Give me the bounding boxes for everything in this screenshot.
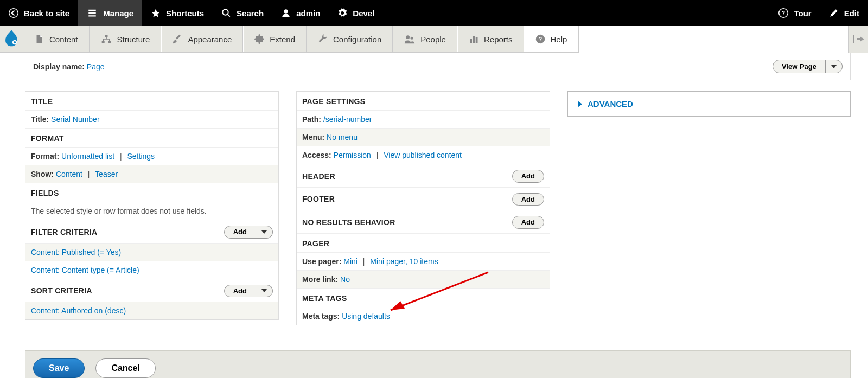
star-icon	[151, 8, 161, 18]
svg-rect-8	[101, 41, 104, 43]
advanced-label: ADVANCED	[588, 99, 633, 108]
menu-value[interactable]: No menu	[327, 133, 358, 142]
toolbar-top: Back to site Manage Shortcuts Search adm…	[0, 0, 868, 26]
admin-configuration-label: Configuration	[333, 35, 381, 44]
pencil-icon	[829, 8, 839, 18]
svg-text:?: ?	[538, 36, 541, 42]
more-link-value[interactable]: No	[340, 275, 350, 284]
file-icon	[34, 34, 44, 44]
admin-appearance[interactable]: Appearance	[161, 26, 243, 52]
edit-label: Edit	[844, 9, 859, 18]
caret-right-icon	[578, 101, 582, 107]
admin-appearance-label: Appearance	[188, 35, 232, 44]
user-link[interactable]: admin	[272, 0, 329, 26]
admin-content-label: Content	[49, 35, 78, 44]
chevron-down-icon	[831, 65, 837, 68]
display-name-value[interactable]: Page	[87, 62, 105, 71]
pager-value[interactable]: Mini	[343, 257, 358, 266]
filter-add-button[interactable]: Add	[224, 226, 256, 239]
format-value[interactable]: Unformatted list	[61, 152, 114, 161]
hamburger-icon	[87, 8, 98, 18]
wrench-icon	[318, 34, 328, 44]
right-column: ADVANCED	[567, 91, 851, 117]
cancel-button[interactable]: Cancel	[95, 358, 155, 378]
filter-add-dropdown[interactable]	[256, 226, 273, 239]
tour-label: Tour	[794, 9, 811, 18]
page-settings-header: PAGE SETTINGS	[297, 92, 550, 110]
toolbar-orientation-toggle[interactable]	[848, 26, 868, 53]
actions-bar: Save Cancel	[25, 350, 851, 378]
back-icon	[9, 8, 18, 18]
title-value[interactable]: Serial Number	[51, 115, 99, 124]
admin-extend[interactable]: Extend	[243, 26, 307, 52]
drupal-logo[interactable]	[0, 26, 23, 53]
advanced-details[interactable]: ADVANCED	[567, 91, 851, 117]
help-circle-icon: ?	[535, 34, 545, 44]
admin-reports[interactable]: Reports	[457, 26, 524, 52]
format-section-header: FORMAT	[25, 128, 278, 147]
admin-help-label: Help	[551, 35, 567, 44]
header-add-button[interactable]: Add	[512, 170, 544, 183]
sort-add-button[interactable]: Add	[224, 285, 256, 298]
access-settings-link[interactable]: View published content	[384, 151, 462, 159]
svg-rect-13	[473, 36, 475, 43]
footer-add-button[interactable]: Add	[512, 193, 544, 206]
view-page-split-button: View Page	[773, 60, 843, 73]
shortcuts-label: Shortcuts	[166, 9, 204, 18]
back-to-site-link[interactable]: Back to site	[0, 0, 78, 26]
sort-item-authored[interactable]: Content: Authored on (desc)	[31, 306, 126, 315]
sort-add-dropdown[interactable]	[256, 285, 273, 298]
filter-item-content-type[interactable]: Content: Content type (= Article)	[31, 266, 139, 274]
svg-rect-7	[105, 35, 107, 37]
search-link[interactable]: Search	[213, 0, 272, 26]
shortcuts-link[interactable]: Shortcuts	[142, 0, 213, 26]
admin-help[interactable]: ?Help	[524, 26, 579, 52]
hierarchy-icon	[101, 34, 112, 44]
view-page-dropdown[interactable]	[826, 60, 843, 73]
access-value[interactable]: Permission	[334, 151, 371, 159]
filter-item-published[interactable]: Content: Published (= Yes)	[31, 248, 121, 257]
svg-point-6	[14, 41, 16, 43]
drupal-icon	[3, 30, 20, 48]
edit-link[interactable]: Edit	[820, 0, 868, 26]
view-page-button[interactable]: View Page	[773, 60, 826, 73]
pager-section-header: PAGER	[297, 233, 550, 252]
admin-configuration[interactable]: Configuration	[307, 26, 393, 52]
title-section-header: TITLE	[25, 92, 278, 110]
manage-toggle[interactable]: Manage	[78, 0, 142, 26]
show-key: Show:	[31, 170, 54, 178]
search-icon	[221, 8, 231, 18]
admin-structure[interactable]: Structure	[90, 26, 162, 52]
manage-label: Manage	[103, 9, 133, 18]
format-settings-link[interactable]: Settings	[127, 152, 155, 161]
path-value[interactable]: /serial-number	[323, 115, 372, 124]
admin-content[interactable]: Content	[23, 26, 90, 52]
meta-tags-section-header: META TAGS	[297, 288, 550, 307]
user-label: admin	[296, 9, 320, 18]
svg-rect-9	[108, 41, 111, 43]
more-link-key: More link:	[302, 275, 338, 284]
save-button[interactable]: Save	[33, 358, 85, 378]
show-settings-link[interactable]: Teaser	[95, 170, 118, 178]
admin-people[interactable]: People	[393, 26, 457, 52]
sort-section-header: SORT CRITERIA Add	[25, 279, 278, 302]
no-results-add-button[interactable]: Add	[512, 216, 544, 229]
header-section-label: HEADER	[302, 172, 335, 181]
path-key: Path:	[302, 115, 321, 124]
puzzle-icon	[254, 34, 264, 44]
admin-menu: Content Structure Appearance Extend Conf…	[0, 26, 868, 53]
svg-text:?: ?	[782, 10, 785, 16]
people-icon	[404, 34, 415, 44]
fields-message: The selected style or row format does no…	[31, 207, 207, 215]
tour-link[interactable]: ? Tour	[770, 0, 820, 26]
devel-label: Devel	[353, 9, 374, 18]
show-value[interactable]: Content	[56, 170, 82, 178]
devel-link[interactable]: Devel	[329, 0, 383, 26]
chevron-down-icon	[261, 289, 267, 292]
svg-rect-14	[476, 37, 478, 43]
svg-rect-12	[470, 39, 472, 43]
search-label: Search	[237, 9, 264, 18]
pager-settings-link[interactable]: Mini pager, 10 items	[370, 257, 438, 266]
meta-tags-value[interactable]: Using defaults	[342, 312, 390, 321]
format-key: Format:	[31, 152, 59, 161]
